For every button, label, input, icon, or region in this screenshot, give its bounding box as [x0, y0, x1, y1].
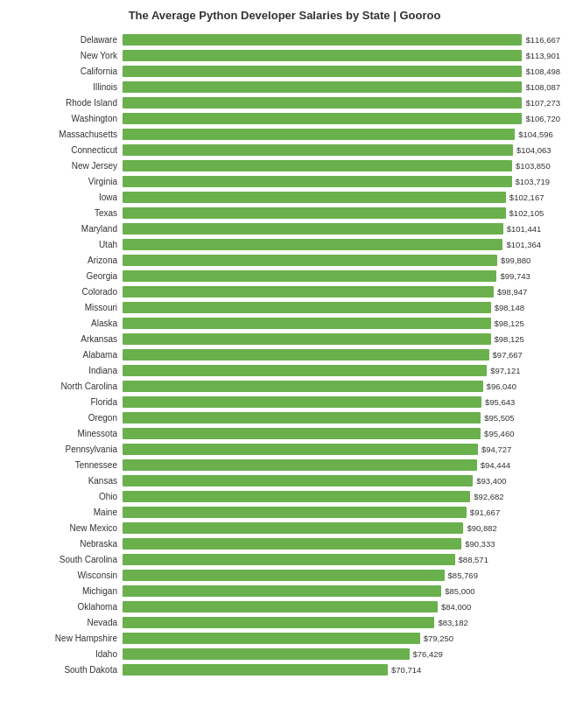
bar-track: $108,087	[123, 81, 560, 93]
bar-value-label: $98,148	[495, 303, 524, 312]
bar-row: Nebraska$90,333	[9, 536, 560, 550]
bar-track: $92,682	[123, 491, 560, 502]
bar-row: Maine$91,667	[9, 505, 560, 519]
bar-fill	[123, 255, 497, 266]
bar-value-label: $108,087	[525, 82, 560, 92]
bar-value-label: $85,769	[448, 570, 478, 580]
bar-fill	[123, 318, 491, 329]
state-label: Colorado	[9, 287, 123, 297]
bar-fill	[123, 538, 461, 550]
bar-value-label: $113,901	[525, 51, 560, 60]
bar-track: $70,714	[123, 664, 560, 676]
state-label: California	[9, 66, 123, 76]
bar-value-label: $83,182	[438, 618, 467, 627]
bar-value-label: $91,667	[470, 508, 500, 517]
bar-track: $101,364	[123, 239, 560, 250]
bar-row: Arizona$99,880	[9, 253, 560, 267]
bar-value-label: $99,743	[500, 271, 530, 281]
bar-track: $83,182	[123, 617, 560, 628]
bar-value-label: $98,125	[495, 334, 524, 344]
state-label: Delaware	[9, 35, 123, 45]
bar-track: $98,148	[123, 302, 560, 313]
bar-track: $108,498	[123, 66, 560, 77]
bar-fill	[123, 129, 515, 140]
bar-row: Illinois$108,087	[9, 80, 560, 94]
state-label: Iowa	[9, 192, 123, 202]
bar-fill	[123, 381, 483, 392]
bar-track: $94,727	[123, 444, 560, 455]
state-label: Oklahoma	[9, 602, 123, 612]
state-label: Maine	[9, 508, 123, 517]
state-label: Tennessee	[9, 460, 123, 470]
bar-fill	[123, 633, 420, 644]
bar-row: New Jersey$103,850	[9, 158, 560, 172]
bar-fill	[123, 459, 477, 471]
bar-value-label: $93,400	[476, 476, 506, 486]
bar-track: $101,441	[123, 223, 560, 234]
bar-track: $103,850	[123, 160, 560, 172]
bar-row: Delaware$116,667	[9, 32, 560, 46]
bar-value-label: $101,364	[506, 240, 541, 249]
bar-value-label: $79,250	[424, 634, 453, 643]
bar-value-label: $88,571	[459, 555, 488, 564]
bar-track: $106,720	[123, 113, 560, 124]
state-label: Missouri	[9, 303, 123, 312]
bar-track: $98,947	[123, 286, 560, 298]
bar-fill	[123, 428, 481, 439]
state-label: Florida	[9, 397, 123, 407]
state-label: Connecticut	[9, 145, 123, 155]
bar-track: $97,121	[123, 365, 560, 376]
bar-row: Washington$106,720	[9, 111, 560, 125]
state-label: Nevada	[9, 618, 123, 627]
bar-fill	[123, 648, 410, 660]
state-label: Minessota	[9, 429, 123, 438]
bar-track: $79,250	[123, 633, 560, 644]
bar-fill	[123, 396, 481, 408]
bar-track: $98,125	[123, 333, 560, 345]
bar-row: Oregon$95,505	[9, 410, 560, 424]
bar-row: Iowa$102,167	[9, 190, 560, 204]
bar-row: Wisconsin$85,769	[9, 568, 560, 582]
bar-track: $84,000	[123, 601, 560, 612]
bar-value-label: $90,882	[467, 523, 496, 533]
bar-value-label: $97,121	[490, 366, 520, 375]
bar-fill	[123, 176, 512, 187]
bar-value-label: $94,444	[481, 460, 510, 470]
state-label: Alaska	[9, 318, 123, 328]
bar-fill	[123, 601, 438, 612]
state-label: Wisconsin	[9, 570, 123, 580]
bar-row: New Hampshire$79,250	[9, 631, 560, 645]
bar-track: $76,429	[123, 648, 560, 660]
bar-row: Ohio$92,682	[9, 489, 560, 503]
bar-track: $95,505	[123, 412, 560, 424]
state-label: Utah	[9, 240, 123, 249]
bar-row: Florida$95,643	[9, 395, 560, 409]
bar-fill	[123, 365, 487, 376]
state-label: Indiana	[9, 366, 123, 375]
state-label: Michigan	[9, 586, 123, 596]
bar-value-label: $70,714	[391, 665, 421, 675]
bar-row: Michigan$85,000	[9, 584, 560, 598]
bar-value-label: $103,850	[516, 161, 551, 171]
state-label: Massachusetts	[9, 130, 123, 139]
bar-track: $102,167	[123, 192, 560, 203]
bar-row: Alabama$97,667	[9, 347, 560, 361]
bar-fill	[123, 507, 467, 518]
bar-row: Alaska$98,125	[9, 316, 560, 330]
state-label: New Jersey	[9, 161, 123, 171]
bar-row: Oklahoma$84,000	[9, 599, 560, 613]
chart-title: The Average Python Developer Salaries by…	[0, 9, 569, 22]
bar-fill	[123, 349, 489, 360]
state-label: Oregon	[9, 413, 123, 423]
state-label: Ohio	[9, 492, 123, 501]
bar-row: Colorado$98,947	[9, 284, 560, 298]
bar-value-label: $116,667	[525, 35, 560, 45]
bar-fill	[123, 192, 506, 203]
bar-fill	[123, 570, 445, 581]
bar-fill	[123, 239, 502, 250]
state-label: Arkansas	[9, 334, 123, 344]
bar-track: $93,400	[123, 475, 560, 486]
bar-track: $95,460	[123, 428, 560, 439]
state-label: Virginia	[9, 177, 123, 186]
bar-track: $99,880	[123, 255, 560, 266]
